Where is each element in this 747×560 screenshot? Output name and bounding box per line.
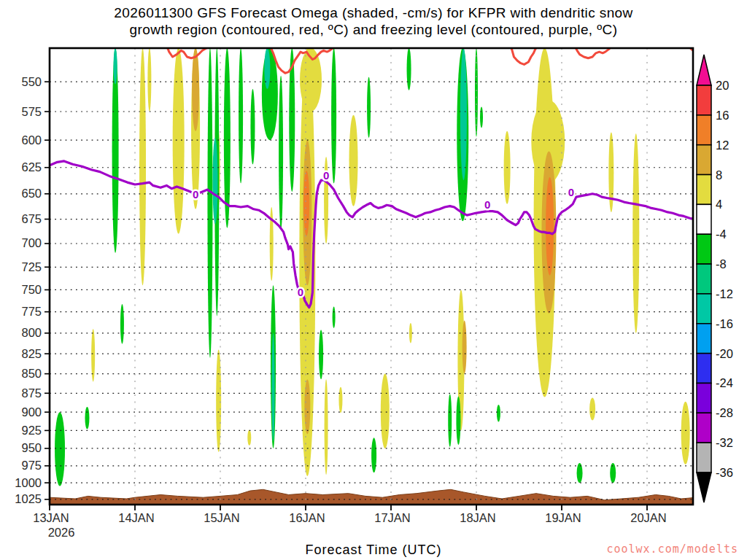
omega-shaded-region: [224, 48, 231, 228]
omega-shaded-region: [192, 48, 199, 131]
colorbar-segment: [697, 204, 711, 234]
omega-shaded-region: [247, 429, 251, 446]
y-tick-label: 850: [21, 367, 42, 380]
x-tick-label: 18JAN: [460, 511, 496, 524]
colorbar-label: 8: [716, 168, 722, 182]
colorbar-segment: [697, 264, 711, 294]
omega-shaded-region: [331, 48, 336, 184]
omega-shaded-region: [589, 398, 595, 421]
omega-shaded-region: [250, 89, 255, 164]
omega-shaded-region: [681, 402, 690, 464]
colorbar-label: 12: [716, 139, 729, 152]
plot-area: 00000: [50, 45, 697, 508]
omega-shaded-region: [480, 107, 483, 128]
y-tick-label: 700: [21, 236, 42, 249]
y-tick-label: 875: [21, 386, 42, 400]
y-tick-label: 575: [21, 105, 42, 118]
y-tick-label: 600: [21, 133, 42, 147]
omega-shaded-region: [212, 138, 217, 224]
chart-title-line2: growth region (contoured, red, ºC) and f…: [130, 22, 618, 37]
freezing-level-line: [50, 161, 697, 308]
omega-shaded-region: [456, 396, 460, 445]
colorbar-label: -36: [716, 466, 733, 479]
zero-contour-label: 0: [298, 286, 303, 298]
omega-shaded-region: [114, 48, 117, 85]
x-axis-year-label: 2026: [48, 526, 75, 539]
y-tick-label: 800: [21, 326, 42, 339]
zero-contour-label: 0: [193, 188, 198, 201]
y-tick-label: 775: [21, 305, 42, 318]
omega-shaded-region: [279, 76, 283, 230]
colorbar-label: -16: [716, 317, 733, 330]
plot-frame: [50, 48, 693, 505]
omega-cross-section-chart: 0000055057560062565067570072575077580082…: [0, 0, 747, 560]
colorbar-segment: [697, 354, 711, 384]
colorbar-segment: [697, 234, 711, 264]
zero-contour-label: 0: [484, 198, 490, 211]
omega-shaded-region: [120, 304, 124, 344]
x-tick-label: 15JAN: [204, 511, 240, 524]
omega-shaded-region: [207, 48, 212, 358]
colorbar-label: 20: [716, 79, 729, 92]
colorbar-segment: [697, 145, 711, 175]
y-tick-label: 750: [21, 283, 42, 296]
omega-shaded-region: [325, 379, 328, 475]
omega-shaded-region: [462, 320, 467, 373]
colorbar-over-triangle: [697, 55, 711, 85]
omega-shaded-region: [577, 463, 583, 483]
y-tick-label: 650: [21, 187, 42, 200]
colorbar-under-triangle: [697, 472, 711, 502]
omega-shaded-region: [338, 387, 342, 413]
omega-shaded-region: [381, 374, 390, 448]
y-tick-label: 1025: [15, 492, 42, 505]
y-tick-label: 1000: [15, 476, 42, 489]
omega-shaded-region: [173, 48, 185, 234]
omega-shaded-region: [304, 379, 310, 434]
colorbar-segment: [697, 85, 711, 115]
colorbar-label: -20: [716, 347, 733, 360]
omega-shaded-region: [371, 438, 376, 472]
colorbar-label: -12: [716, 287, 733, 300]
chart-title: 2026011300 GFS Forecast Omega (shaded, -…: [0, 4, 747, 38]
y-tick-label: 725: [21, 260, 42, 273]
colorbar-label: -32: [716, 436, 733, 449]
y-tick-label: 950: [21, 441, 42, 454]
colorbar-label: -24: [716, 376, 733, 389]
colorbar-label: -8: [716, 257, 727, 271]
omega-shaded-region: [475, 48, 478, 137]
omega-shaded-region: [460, 48, 467, 180]
y-tick-label: 975: [21, 459, 42, 472]
omega-shaded-region: [272, 333, 275, 441]
colorbar-label: 16: [716, 109, 729, 122]
x-tick-label: 19JAN: [545, 511, 581, 524]
omega-shaded-region: [546, 177, 554, 276]
colorbar-segment: [697, 175, 711, 205]
omega-shaded-region: [632, 133, 639, 333]
y-tick-label: 550: [21, 75, 42, 88]
omega-shaded-region: [303, 171, 309, 236]
chart-title-line1: 2026011300 GFS Forecast Omega (shaded, -…: [114, 5, 632, 20]
omega-shaded-region: [239, 48, 243, 184]
colorbar-label: 4: [716, 198, 722, 211]
omega-shaded-region: [147, 48, 151, 112]
watermark-link[interactable]: coolwx.com/modelts: [606, 542, 738, 556]
y-tick-label: 900: [21, 405, 42, 419]
colorbar-segment: [697, 443, 711, 472]
omega-shaded-region: [55, 412, 65, 486]
omega-shaded-region: [264, 48, 270, 89]
colorbar-segment: [697, 413, 711, 443]
colorbar-segment: [697, 115, 711, 145]
y-tick-label: 625: [21, 160, 42, 174]
x-tick-label: 14JAN: [118, 511, 155, 524]
x-tick-label: 13JAN: [33, 511, 69, 524]
colorbar-label: -28: [716, 406, 733, 419]
zero-contour-label: 0: [323, 169, 329, 182]
x-tick-label: 20JAN: [630, 511, 667, 524]
omega-shaded-region: [319, 330, 323, 379]
colorbar-segment: [697, 324, 711, 354]
omega-shaded-region: [139, 48, 146, 285]
colorbar-label: -4: [716, 228, 727, 241]
omega-shaded-region: [448, 394, 452, 447]
zero-contour-label: 0: [568, 186, 574, 198]
y-tick-label: 925: [21, 424, 42, 437]
